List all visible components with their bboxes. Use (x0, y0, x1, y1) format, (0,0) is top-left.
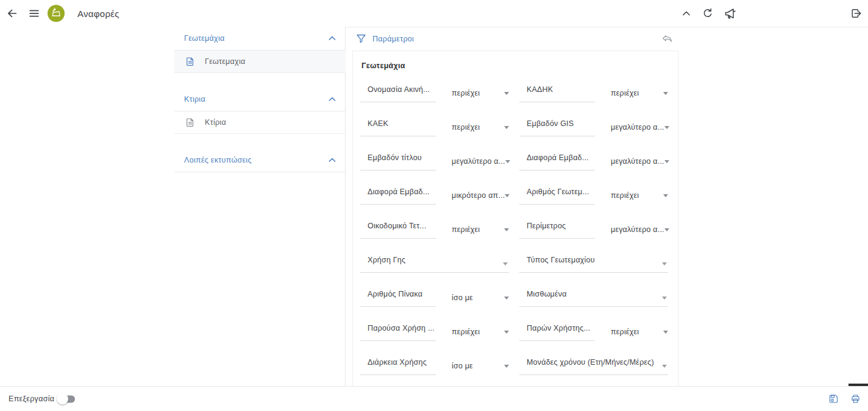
filter-field: Διαφορά Εμβαδ... μικρότερο απ... (360, 183, 511, 217)
filter-field: Αριθμός Γεωτεμ... περιέχει (519, 183, 671, 217)
filter-select-field[interactable]: Μισθωμένα (519, 286, 671, 320)
menu-icon[interactable] (28, 7, 40, 19)
edit-toggle[interactable] (57, 393, 75, 405)
section-header-loipes[interactable]: Λοιπές εκτυπώσεις (174, 149, 346, 172)
field-input[interactable] (360, 170, 436, 170)
filter-field: Διαφορά Εμβαδ... μεγαλύτερο α... (519, 149, 671, 183)
filter-field: Αριθμός Πίνακα ίσο με (360, 286, 511, 320)
operator-select[interactable]: περιέχει (452, 328, 509, 336)
field-input[interactable] (519, 238, 595, 239)
field-label: Παρών Χρήστης... (527, 324, 591, 332)
field-label: Μονάδες χρόνου (Ετη/Μήνες/Μέρες) (527, 358, 654, 367)
document-icon (185, 57, 195, 66)
filter-select-field[interactable]: Τύπος Γεωτεμαχίου (519, 251, 671, 286)
document-icon (185, 118, 195, 127)
operator-select[interactable]: μεγαλύτερο α... (611, 123, 668, 132)
operator-value: ίσο με (452, 293, 473, 302)
logout-icon[interactable] (850, 7, 862, 19)
operator-value: μεγαλύτερο α... (611, 123, 664, 132)
sidebar-item-ktiria[interactable]: Κτίρια (174, 111, 346, 134)
operator-select[interactable]: ίσο με (452, 362, 509, 370)
field-input[interactable] (519, 170, 595, 170)
sidebar-item-geotemaxia[interactable]: Γεωτεμαχια (174, 51, 346, 73)
collapse-icon[interactable] (681, 8, 692, 19)
chevron-up-icon (327, 94, 337, 104)
caret-down-icon (503, 262, 508, 265)
filter-select-field[interactable]: Χρήση Γης (360, 251, 511, 286)
field-input[interactable] (360, 102, 436, 102)
field-input[interactable] (360, 204, 436, 205)
operator-select[interactable]: μικρότερο απ... (452, 191, 509, 200)
operator-select[interactable]: περιέχει (452, 89, 509, 97)
field-label: Τύπος Γεωτεμαχίου (527, 256, 595, 264)
announcements-icon[interactable] (723, 6, 738, 21)
operator-value: μεγαλύτερο α... (611, 157, 664, 166)
field-input[interactable] (360, 306, 436, 307)
field-label: Μισθωμένα (527, 290, 567, 298)
operator-value: περιέχει (452, 89, 480, 97)
filter-field: Περίμετρος μεγαλύτερο α... (519, 217, 671, 251)
section-header-ktiria[interactable]: Κτιρια (174, 88, 346, 111)
select-underline (519, 306, 668, 307)
caret-down-icon (504, 92, 509, 95)
field-input[interactable] (360, 238, 436, 239)
refresh-icon[interactable] (702, 8, 713, 19)
operator-value: μεγαλύτερο α... (452, 157, 505, 166)
form-row: Αριθμός Πίνακα ίσο με Μισθωμένα (360, 286, 671, 320)
field-input[interactable] (519, 340, 595, 341)
field-input[interactable] (519, 136, 595, 136)
select-underline (519, 272, 668, 273)
caret-down-icon (664, 160, 669, 163)
field-input[interactable] (519, 204, 595, 205)
filter-field: Εμβαδόν GIS μεγαλύτερο α... (519, 115, 671, 149)
print-icon[interactable] (850, 394, 861, 404)
operator-value: περιέχει (611, 328, 639, 336)
field-input[interactable] (519, 102, 595, 102)
select-underline (360, 272, 509, 273)
field-label: Περίμετρος (527, 222, 566, 230)
operator-select[interactable]: μεγαλύτερο α... (452, 157, 509, 166)
caret-down-icon (664, 228, 669, 231)
page-title: Αναφορές (77, 9, 119, 19)
operator-select[interactable]: ίσο με (452, 293, 509, 302)
bottom-bar: Επεξεργασία (0, 386, 868, 411)
field-input[interactable] (360, 136, 436, 136)
operator-value: περιέχει (611, 191, 639, 200)
section-label: Κτιρια (184, 95, 205, 104)
filter-field: Οικοδομικό Τετ... περιέχει (360, 217, 511, 251)
save-icon[interactable] (828, 394, 839, 404)
operator-select[interactable]: περιέχει (611, 89, 668, 97)
caret-down-icon (663, 331, 668, 334)
parameters-panel: Παράμετροι Γεωτεμάχια Ονομασία Ακινή... … (352, 27, 678, 386)
operator-value: περιέχει (452, 123, 480, 132)
parameters-title: Παράμετροι (372, 35, 414, 43)
operator-select[interactable]: περιέχει (611, 191, 668, 200)
section-header-geotemaxia[interactable]: Γεωτεμάχια (174, 27, 346, 51)
field-input[interactable] (360, 340, 436, 341)
undo-icon[interactable] (661, 33, 672, 44)
form-row: Διαφορά Εμβαδ... μικρότερο απ... Αριθμός… (360, 183, 671, 217)
filter-field: Εμβαδόν τίτλου μεγαλύτερο α... (360, 149, 511, 183)
sidebar-section-loipes: Λοιπές εκτυπώσεις (174, 149, 346, 172)
field-input[interactable] (360, 374, 436, 375)
caret-down-icon (662, 297, 667, 300)
chevron-up-icon (327, 155, 337, 165)
sidebar-item-label: Κτίρια (205, 118, 226, 127)
filter-select-field[interactable]: Μονάδες χρόνου (Ετη/Μήνες/Μέρες) (519, 354, 671, 386)
operator-select[interactable]: μεγαλύτερο α... (611, 157, 668, 166)
form-row: Παρούσα Χρήση ... περιέχει Παρών Χρήστης… (360, 320, 671, 354)
field-label: Ονομασία Ακινή... (368, 85, 430, 94)
operator-select[interactable]: περιέχει (611, 328, 668, 336)
operator-select[interactable]: μεγαλύτερο α... (611, 225, 668, 234)
field-label: Διαφορά Εμβαδ... (368, 188, 430, 196)
edit-mode-label: Επεξεργασία (9, 395, 54, 403)
sidebar: Γεωτεμάχια Γεωτεμαχια (0, 27, 346, 386)
caret-down-icon (505, 160, 510, 163)
field-label: ΚΑΔΗΚ (527, 85, 553, 94)
operator-select[interactable]: περιέχει (452, 225, 509, 234)
operator-value: μικρότερο απ... (452, 191, 505, 200)
back-icon[interactable] (6, 7, 18, 19)
operator-select[interactable]: περιέχει (452, 123, 509, 132)
caret-down-icon (504, 228, 509, 231)
section-label: Λοιπές εκτυπώσεις (184, 156, 252, 164)
